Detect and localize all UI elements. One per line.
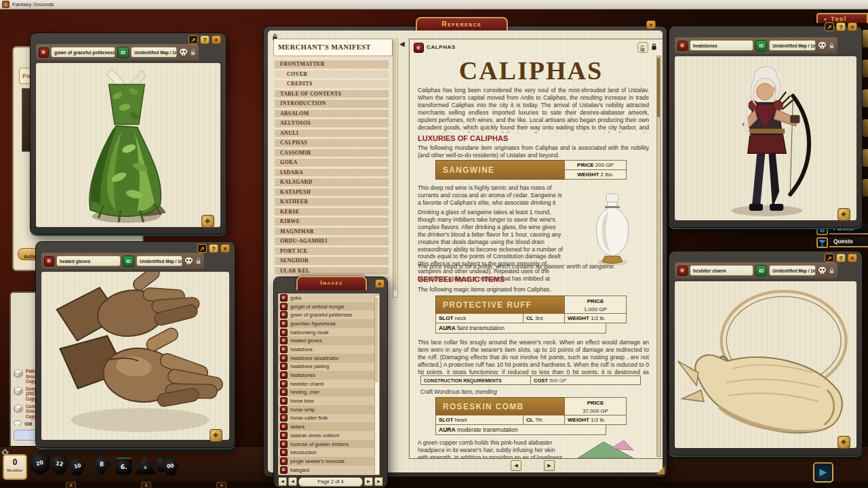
image-record-icon[interactable] — [677, 266, 688, 276]
image-title-field[interactable]: hexbiter charm — [690, 265, 753, 276]
map-scale-field[interactable]: Unidentified Map / 1m — [136, 256, 182, 266]
image-list-item[interactable]: gown of graceful petiteness — [278, 310, 380, 319]
image-list-item[interactable]: incense of golden embers — [278, 440, 380, 449]
d6-die[interactable]: 6. — [116, 458, 132, 474]
page-next-button[interactable]: ▶ — [544, 460, 555, 471]
images-close-button[interactable]: × — [375, 279, 384, 288]
manifest-title-box[interactable]: MERCHANT'S MANIFEST — [273, 39, 393, 56]
toc-item[interactable]: FRONTMATTER — [275, 60, 389, 68]
help-icon[interactable]: ? — [836, 22, 846, 31]
hotbar-tab[interactable]: 4 — [216, 482, 226, 488]
image-list-item[interactable]: introduction — [278, 448, 380, 457]
images-scrollbar[interactable] — [374, 295, 380, 475]
image-list-item[interactable]: jungle seeker's monocle — [278, 457, 380, 466]
skull-icon[interactable] — [818, 41, 827, 49]
toc-item[interactable]: KATHEER — [275, 198, 389, 206]
image-title-field[interactable]: gown of graceful petiteness — [51, 47, 115, 58]
share-icon[interactable]: ↗ — [197, 244, 207, 253]
image-list-item[interactable]: harborwing cloak — [278, 328, 380, 337]
article-scrollbar[interactable] — [656, 56, 661, 457]
image-list-item[interactable]: heated gloves — [278, 336, 380, 345]
image-record-icon[interactable] — [677, 41, 688, 51]
sidebar-collapse-icon[interactable]: ◀ — [399, 40, 405, 47]
next-page-icon[interactable]: ▶ — [364, 477, 373, 486]
image-record-icon[interactable] — [44, 256, 54, 266]
image-list-item[interactable]: horse whip — [278, 405, 380, 414]
last-page-icon[interactable]: ▶ — [374, 477, 384, 486]
toc-item[interactable]: AELYOSOS — [275, 119, 389, 127]
unlock-button[interactable] — [637, 42, 648, 53]
toc-item[interactable]: CASSOMIR — [275, 149, 389, 157]
help-icon[interactable]: ? — [200, 35, 210, 44]
modifier-box[interactable]: 0 Modifier — [3, 454, 27, 480]
share-icon[interactable]: ↗ — [189, 35, 198, 44]
id-badge[interactable]: ID — [755, 265, 767, 277]
toc-item[interactable]: CALPHAS — [275, 139, 389, 147]
id-badge[interactable]: ID — [123, 256, 134, 267]
toc-item[interactable]: TABLE OF CONTENTS — [275, 90, 389, 98]
toc-item[interactable]: ABSALOM — [275, 110, 389, 118]
skull-icon[interactable] — [184, 257, 193, 265]
toc-item[interactable]: KIBWE — [275, 218, 389, 226]
close-icon[interactable]: × — [848, 253, 857, 262]
image-list-item[interactable]: hireling, crier — [278, 388, 380, 397]
toc-item[interactable]: GOKA — [275, 159, 389, 167]
page-prev-button[interactable]: ◀ — [511, 460, 521, 471]
image-list-item[interactable]: heatstone desalinator — [278, 354, 380, 363]
article-record-icon[interactable] — [414, 43, 424, 53]
lock-icon[interactable] — [829, 41, 835, 49]
share-icon[interactable]: ↗ — [825, 22, 834, 31]
quests-button[interactable]: Quests — [816, 237, 868, 248]
toc-item[interactable]: KATAPESH — [275, 188, 389, 197]
article-lock-icon[interactable] — [651, 43, 657, 51]
close-icon[interactable]: × — [220, 244, 230, 253]
reference-resize-grip[interactable] — [656, 466, 665, 474]
id-badge[interactable]: ID — [117, 47, 129, 58]
toc-item[interactable]: MAGNIMAR — [275, 228, 389, 236]
lock-icon[interactable] — [190, 48, 196, 56]
toc-item[interactable]: KALSGARD — [275, 178, 389, 186]
close-icon[interactable]: × — [212, 35, 221, 44]
reference-tab[interactable]: Reference — [416, 17, 508, 32]
close-icon[interactable]: × — [848, 22, 857, 31]
share-icon[interactable]: ↗ — [825, 253, 834, 262]
image-list-item[interactable]: hexbiter charm — [278, 380, 380, 388]
image-list-item[interactable]: goka — [278, 293, 380, 302]
gown-image-canvas[interactable] — [36, 63, 220, 227]
first-page-icon[interactable]: ◀ — [277, 477, 287, 486]
map-scale-field[interactable]: Unidentified Map / 1m — [131, 47, 177, 58]
toc-item[interactable]: CREDITS — [275, 80, 389, 88]
tool-tab[interactable]: ▼ Tool — [816, 13, 868, 23]
image-list-item[interactable]: horse-caller flute — [278, 414, 380, 423]
map-scale-field[interactable]: Unidentified Map / 1m — [769, 265, 816, 276]
image-list-item[interactable]: heatstone plating — [278, 363, 380, 371]
sidebar-scrollbar[interactable] — [393, 39, 398, 298]
heatstones-image-canvas[interactable] — [675, 56, 856, 220]
toc-item[interactable]: SENGHOR — [275, 257, 389, 265]
image-list-item[interactable]: kalsgard — [278, 466, 380, 474]
toc-item[interactable]: IADARA — [275, 169, 389, 177]
toc-item[interactable]: INTRODUCTION — [275, 100, 389, 108]
image-list-item[interactable]: gorget of umbral hunger — [278, 302, 380, 311]
toc-item[interactable]: PORT ICE — [275, 247, 389, 256]
help-icon[interactable]: ? — [836, 253, 846, 262]
toc-item[interactable]: ORDU-AGAMHEI — [275, 237, 389, 245]
image-record-icon[interactable] — [39, 47, 49, 58]
reference-close-button[interactable]: × — [646, 20, 656, 29]
toc-item[interactable]: ULAR KEL — [275, 267, 389, 275]
toc-item[interactable]: COVER — [275, 70, 389, 79]
lock-icon[interactable] — [195, 257, 201, 265]
id-badge[interactable]: ID — [755, 40, 767, 52]
image-list-item[interactable]: heatstone — [278, 345, 380, 354]
lock-icon[interactable] — [829, 266, 835, 274]
help-icon[interactable]: ? — [209, 244, 218, 253]
map-scale-field[interactable]: Unidentified Map / 1m — [769, 40, 816, 51]
image-list-item[interactable]: guardian figurehead — [278, 319, 380, 328]
image-title-field[interactable]: heated gloves — [56, 256, 121, 266]
prev-page-icon[interactable]: ◀ — [288, 477, 297, 486]
image-list-item[interactable]: horse bow — [278, 396, 380, 405]
image-title-field[interactable]: heatstones — [690, 40, 753, 51]
hotbar-tab[interactable]: 3 — [141, 482, 151, 488]
image-list-item[interactable]: iadara — [278, 422, 380, 431]
toc-item[interactable]: KERSE — [275, 208, 389, 216]
